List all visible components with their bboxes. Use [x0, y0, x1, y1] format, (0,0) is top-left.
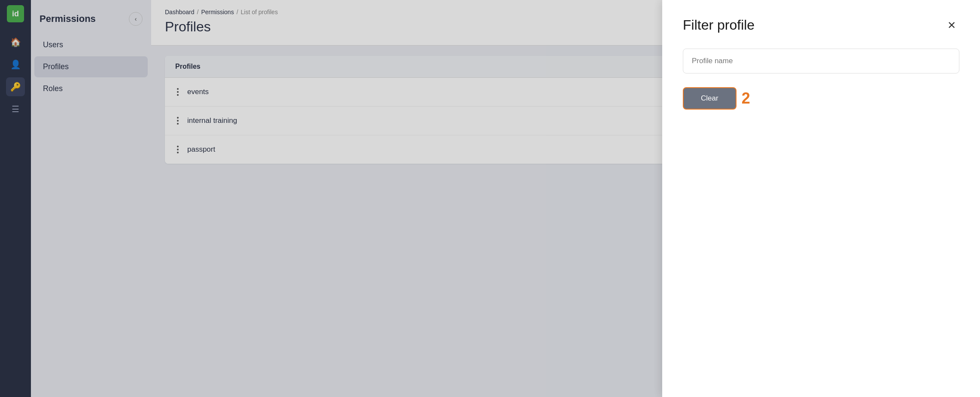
- clear-button[interactable]: Clear: [683, 87, 737, 110]
- annotation-badge: 2: [742, 89, 750, 107]
- close-filter-button[interactable]: ✕: [944, 18, 959, 33]
- profile-name-input[interactable]: [683, 49, 959, 73]
- filter-panel-title: Filter profile: [683, 17, 755, 33]
- filter-actions: Clear 2: [683, 87, 959, 110]
- clear-button-wrapper: Clear 2: [683, 87, 750, 110]
- filter-header: Filter profile ✕: [683, 17, 959, 33]
- filter-panel: Filter profile ✕ Clear 2: [662, 0, 980, 397]
